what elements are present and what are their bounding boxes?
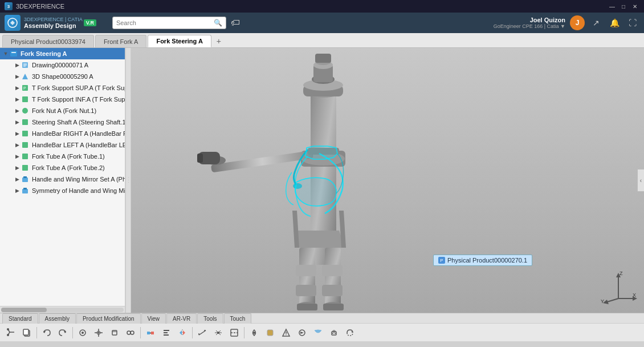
align-btn[interactable] xyxy=(159,325,174,340)
tree-item[interactable]: ▶ T Fork Support INF.A (T Fork Support I… xyxy=(0,94,125,105)
search-bar[interactable]: 🔍 xyxy=(112,17,226,29)
tag-icon-btn[interactable]: 🏷 xyxy=(231,18,240,28)
expand-arrow[interactable]: ▶ xyxy=(14,96,21,103)
tree-item[interactable]: ▶ HandleBar LEFT A (HandleBar LEFT.1) xyxy=(0,139,125,151)
symmetry-btn[interactable] xyxy=(175,325,190,340)
expand-arrow[interactable]: ▶ xyxy=(14,130,21,137)
iterate-btn[interactable] xyxy=(343,325,357,340)
toolbar-separator xyxy=(192,327,193,338)
item-icon xyxy=(21,129,30,138)
svg-rect-44 xyxy=(323,304,344,310)
svg-point-85 xyxy=(332,333,333,334)
snap-button[interactable] xyxy=(75,325,90,340)
tree-item[interactable]: ▶ Fork Tube A (Fork Tube.2) xyxy=(0,162,125,174)
user-info: Joel Quizon GoEngineer CPE 166 | Catia ▼ xyxy=(494,17,565,29)
cut-button[interactable] xyxy=(3,325,18,340)
tab-add-button[interactable]: + xyxy=(213,35,225,47)
expand-arrow[interactable]: ▶ xyxy=(14,164,21,171)
expand-arrow[interactable]: ▶ xyxy=(14,187,21,194)
right-panel-toggle[interactable]: ‹ xyxy=(637,169,644,192)
tree-item[interactable]: ▶ 3D Shape00005290 A xyxy=(0,71,125,82)
item-label: Fork Tube A (Fork Tube.1) xyxy=(32,153,105,160)
expand-arrow[interactable]: ▶ xyxy=(14,73,21,80)
svg-rect-34 xyxy=(315,54,331,63)
brand-top-label: 3DEXPERIENCE | CATIA xyxy=(24,17,83,22)
tab-ar-vr[interactable]: AR-VR xyxy=(166,313,197,324)
svg-rect-17 xyxy=(22,177,28,182)
scrollbar-thumb[interactable] xyxy=(1,308,47,312)
constraint-button[interactable] xyxy=(123,325,138,340)
render-btn[interactable] xyxy=(295,325,309,340)
animate-btn[interactable] xyxy=(311,325,325,340)
tree-item[interactable]: ▶ P T Fork Support SUP.A (T Fork Support… xyxy=(0,82,125,94)
explode-btn[interactable] xyxy=(211,325,226,340)
toolbar-right: Joel Quizon GoEngineer CPE 166 | Catia ▼… xyxy=(494,15,639,30)
svg-rect-47 xyxy=(296,285,316,296)
expand-arrow[interactable]: ▶ xyxy=(14,119,21,126)
publish-btn[interactable] xyxy=(279,325,294,340)
tree-item[interactable]: ▶ Handle and Wing Mirror Set A (Physical… xyxy=(0,174,125,185)
item-icon xyxy=(21,72,30,81)
expand-arrow[interactable]: ▶ xyxy=(14,62,21,68)
panel-scrollbar xyxy=(0,306,125,313)
section-btn[interactable] xyxy=(227,325,242,340)
tab-touch[interactable]: Touch xyxy=(224,313,252,324)
3d-viewport[interactable]: P Physical Product00000270.1 Z X Y ‹ xyxy=(131,48,644,313)
maximize-button[interactable]: □ xyxy=(619,2,628,10)
undo-button[interactable] xyxy=(39,325,54,340)
copy-button[interactable] xyxy=(19,325,34,340)
expand-arrow[interactable]: ▶ xyxy=(14,84,21,91)
svg-rect-73 xyxy=(164,332,168,333)
assembly-constraint-btn[interactable] xyxy=(143,325,158,340)
measure-btn[interactable] xyxy=(195,325,210,340)
share-button[interactable]: ↗ xyxy=(589,16,603,30)
tab-standard[interactable]: Standard xyxy=(2,313,38,324)
tree-root-item[interactable]: ▼ Fork Steering A xyxy=(0,48,125,59)
expand-arrow[interactable]: ▶ xyxy=(14,176,21,183)
svg-point-11 xyxy=(22,108,28,114)
viewport-tooltip: P Physical Product00000270.1 xyxy=(433,255,532,266)
visualize-btn[interactable] xyxy=(247,325,262,340)
axis-indicator: Z X Y xyxy=(598,267,638,307)
redo-button[interactable] xyxy=(55,325,70,340)
tree-item[interactable]: ▶ Steering Shaft A (Steering Shaft.1) xyxy=(0,116,125,128)
item-icon xyxy=(21,163,30,172)
toolbar-separator xyxy=(36,327,37,338)
tab-fork-steering[interactable]: Fork Steering A xyxy=(148,35,211,47)
notification-button[interactable]: 🔔 xyxy=(608,16,621,30)
tree-item[interactable]: ▶ HandleBar RIGHT A (HandleBar RIGHT.1) xyxy=(0,128,125,139)
tree-root-label: Fork Steering A xyxy=(21,50,67,57)
expand-arrow[interactable]: ▶ xyxy=(14,153,21,160)
minimize-button[interactable]: — xyxy=(608,2,617,10)
tab-product-modification[interactable]: Product Modification xyxy=(76,313,141,324)
fix-button[interactable] xyxy=(107,325,122,340)
tab-view[interactable]: View xyxy=(141,313,166,324)
tree-item[interactable]: ▶ Symmetry of Handle and Wing Mirror Set… xyxy=(0,185,125,196)
app-icon: 3 xyxy=(5,2,13,10)
tree-item[interactable]: ▶ Drawing00000071 A xyxy=(0,59,125,71)
close-button[interactable]: ✕ xyxy=(630,2,639,10)
tab-front-fork[interactable]: Front Fork A xyxy=(95,35,147,47)
svg-point-69 xyxy=(131,331,134,334)
expand-arrow[interactable]: ▶ xyxy=(14,142,21,148)
svg-rect-12 xyxy=(22,119,28,125)
expand-arrow[interactable]: ▶ xyxy=(14,107,21,114)
tab-tools[interactable]: Tools xyxy=(197,313,223,324)
scrollbar-track[interactable] xyxy=(1,308,124,312)
panel-resize-handle[interactable]: ··· xyxy=(125,48,131,313)
robot-btn[interactable] xyxy=(327,325,341,340)
tab-physical-product[interactable]: Physical Product00033974 xyxy=(2,35,94,47)
item-label: T Fork Support SUP.A (T Fork Support SUP… xyxy=(32,84,125,91)
svg-rect-80 xyxy=(267,330,273,336)
search-input[interactable] xyxy=(116,19,214,26)
expand-arrow[interactable]: ▼ xyxy=(2,50,9,57)
tree-item[interactable]: ▶ Fork Nut A (Fork Nut.1) xyxy=(0,105,125,116)
svg-marker-75 xyxy=(180,330,182,335)
material-btn[interactable] xyxy=(263,325,278,340)
user-avatar[interactable]: J xyxy=(570,15,585,30)
tree-item[interactable]: ▶ Fork Tube A (Fork Tube.1) xyxy=(0,151,125,162)
fullscreen-button[interactable]: ⛶ xyxy=(626,16,639,30)
manipulate-button[interactable] xyxy=(91,325,106,340)
tab-assembly[interactable]: Assembly xyxy=(39,313,76,324)
svg-rect-20 xyxy=(23,188,27,189)
